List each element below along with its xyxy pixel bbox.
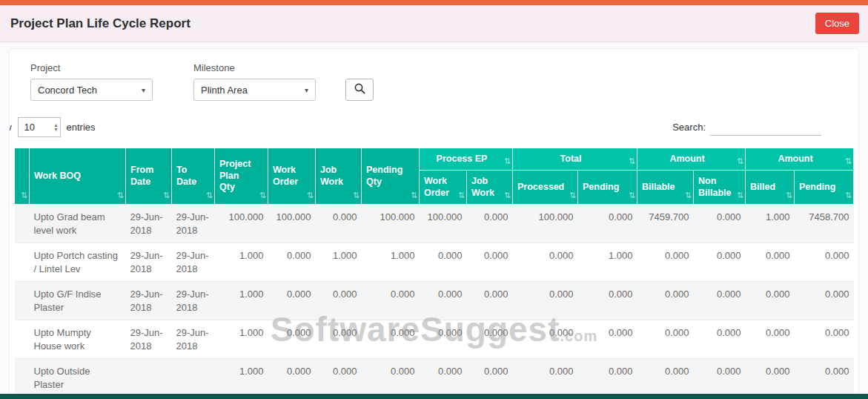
table-row: Upto Mumpty House work29-Jun-201829-Jun-… [15, 320, 854, 359]
table-cell: 0.000 [316, 282, 362, 320]
table-cell: 0.000 [513, 243, 578, 282]
table-cell: 0.000 [637, 282, 694, 320]
column-header-index[interactable]: ⇅ [15, 148, 30, 205]
search-input[interactable] [710, 119, 821, 136]
table-cell: 0.000 [467, 359, 513, 398]
table-cell: 0.000 [746, 320, 795, 359]
table-cell: 0.000 [694, 205, 746, 243]
group-header-amount-1: Amount⇅ [637, 148, 746, 171]
sort-icon: ⇅ [685, 191, 692, 201]
table-cell: 0.000 [467, 282, 513, 320]
table-cell: 0.000 [694, 359, 746, 398]
sort-icon: ⇅ [504, 191, 511, 201]
entries-count-value: 10 [24, 122, 35, 133]
sort-icon: ⇅ [259, 191, 266, 201]
table-cell: 0.000 [467, 320, 513, 359]
table-cell: 1.000 [746, 205, 795, 243]
sort-icon: ⇅ [737, 191, 743, 201]
column-header-ep-work-order[interactable]: Work Order⇅ [420, 171, 467, 205]
table-cell: 1.000 [316, 243, 362, 282]
table-cell: 100.000 [215, 205, 268, 243]
search-icon [354, 82, 366, 97]
sort-icon: ⇅ [117, 191, 124, 201]
table-cell: 29-Jun-2018 [126, 320, 172, 359]
sort-icon: ⇅ [629, 191, 635, 201]
table-cell: 0.000 [513, 282, 578, 320]
table-cell: 0.000 [467, 243, 513, 282]
column-header-pending-qty[interactable]: Pending Qty⇅ [362, 148, 420, 205]
sort-icon: ⇅ [21, 191, 27, 201]
column-header-amount-pending[interactable]: Pending⇅ [795, 171, 854, 205]
search-label: Search: [672, 122, 706, 133]
table-cell: 0.000 [746, 282, 795, 320]
table-cell [15, 359, 30, 398]
column-header-billable[interactable]: Billable⇅ [637, 171, 694, 205]
close-button[interactable]: Close [815, 13, 859, 34]
page-title: Project Plan Life Cycle Report [10, 16, 191, 31]
table-cell: 29-Jun-2018 [126, 205, 172, 243]
table-cell: 0.000 [362, 359, 420, 398]
sort-icon: ⇅ [504, 156, 511, 167]
project-select[interactable]: Concord Tech ▾ [30, 79, 153, 101]
table-cell: 1.000 [578, 243, 637, 282]
column-header-work-order[interactable]: Work Order⇅ [268, 148, 316, 205]
chevron-down-icon: ▾ [142, 86, 145, 94]
table-cell: 1.000 [215, 243, 268, 282]
table-cell: 0.000 [795, 320, 854, 359]
table-cell: 0.000 [362, 320, 420, 359]
table-cell [126, 359, 172, 398]
sort-icon: ⇅ [569, 191, 576, 201]
table-cell: 100.000 [420, 205, 467, 243]
table-cell: Upto G/F Indise Plaster [30, 282, 126, 320]
milestone-label: Milestone [193, 62, 316, 73]
column-header-to-date[interactable]: To Date⇅ [172, 148, 215, 205]
milestone-filter: Milestone Plinth Area ▾ [193, 62, 316, 101]
column-header-ep-job-work[interactable]: Job Work⇅ [467, 171, 513, 205]
table-cell: 0.000 [637, 243, 694, 282]
column-header-processed[interactable]: Processed⇅ [513, 171, 578, 205]
spinner-down-icon: ▾ [55, 128, 58, 132]
table-cell: 7458.700 [795, 205, 854, 243]
table-cell: 29-Jun-2018 [172, 320, 215, 359]
table-row: Upto Grad beam level work29-Jun-201829-J… [15, 205, 854, 243]
table-cell: 0.000 [268, 320, 316, 359]
column-header-work-boq[interactable]: Work BOQ⇅ [30, 148, 126, 205]
column-header-total-pending[interactable]: Pending⇅ [578, 171, 637, 205]
table-cell: 0.000 [513, 359, 578, 398]
table-toolbar: Show 10 ▴ ▾ entries Search: [10, 101, 858, 146]
table-cell: 0.000 [316, 359, 362, 398]
table-cell: 0.000 [795, 359, 854, 398]
column-header-project-plan-qty[interactable]: Project Plan Qty⇅ [215, 148, 268, 205]
report-card: Project Concord Tech ▾ Milestone Plinth … [9, 48, 859, 399]
table-cell: 1.000 [215, 359, 268, 398]
column-header-job-work[interactable]: Job Work⇅ [316, 148, 362, 205]
table-cell: 0.000 [746, 359, 795, 398]
table-cell: 0.000 [578, 205, 637, 243]
table-cell: 1.000 [362, 243, 420, 282]
search-button[interactable] [345, 79, 374, 101]
modal-header: Project Plan Life Cycle Report Close [0, 5, 868, 42]
sort-icon: ⇅ [845, 191, 852, 201]
column-header-from-date[interactable]: From Date⇅ [126, 148, 172, 205]
table-cell: 29-Jun-2018 [126, 282, 172, 320]
table-cell: 0.000 [268, 243, 316, 282]
table-cell: Upto Mumpty House work [30, 320, 126, 359]
entries-count-select[interactable]: 10 ▴ ▾ [18, 117, 61, 137]
table-cell: 0.000 [795, 243, 854, 282]
table-cell: 0.000 [316, 320, 362, 359]
table-cell: 0.000 [694, 282, 746, 320]
sort-icon: ⇅ [411, 191, 417, 201]
column-header-non-billable[interactable]: Non Billable⇅ [694, 171, 746, 205]
entries-length-control: Show 10 ▴ ▾ entries [9, 117, 96, 137]
table-cell: 0.000 [268, 282, 316, 320]
table-cell: 29-Jun-2018 [126, 243, 172, 282]
entries-label: entries [67, 122, 96, 133]
sort-icon: ⇅ [206, 191, 213, 201]
table-cell: 1.000 [215, 282, 268, 320]
sort-icon: ⇅ [307, 191, 314, 201]
table-cell: Upto Outside Plaster [30, 359, 126, 398]
sort-icon: ⇅ [786, 191, 792, 201]
column-header-billed[interactable]: Billed⇅ [746, 171, 795, 205]
milestone-select[interactable]: Plinth Area ▾ [193, 79, 316, 101]
table-cell [15, 320, 30, 359]
